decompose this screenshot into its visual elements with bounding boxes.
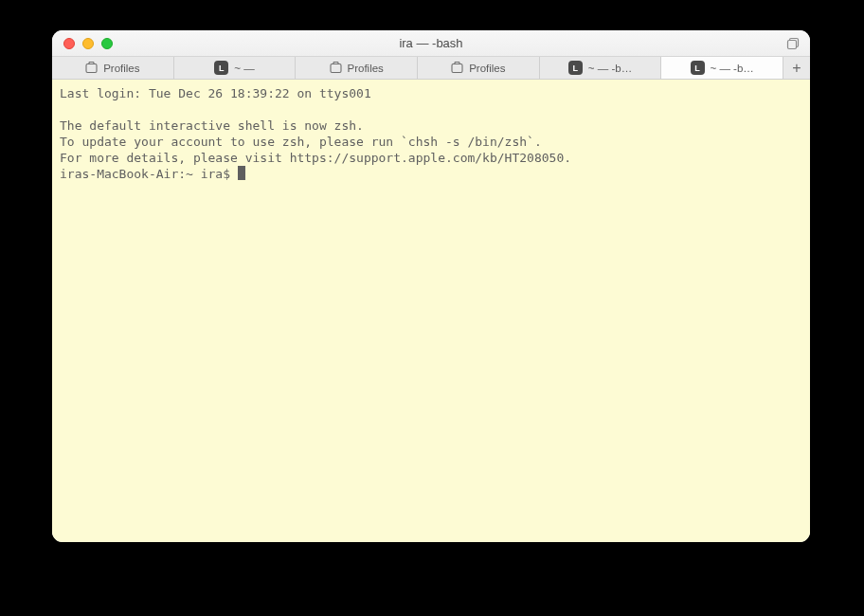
terminal-line: For more details, please visit https://s…: [60, 151, 571, 165]
tab-label: ~ —: [234, 63, 254, 74]
tab-profiles[interactable]: Profiles: [52, 57, 174, 79]
shell-badge-icon: L: [568, 61, 583, 75]
tab-label: Profiles: [469, 63, 505, 74]
tab-shell-active[interactable]: L ~ — -b…: [661, 57, 783, 79]
close-window-button[interactable]: [63, 38, 75, 49]
shell-badge-icon: L: [691, 61, 705, 75]
zoom-window-button[interactable]: [101, 38, 113, 49]
profiles-icon: [330, 62, 342, 74]
tab-profiles[interactable]: Profiles: [296, 57, 418, 79]
terminal-prompt: iras-MacBook-Air:~ ira$: [60, 167, 238, 181]
profiles-icon: [85, 62, 98, 74]
tab-shell[interactable]: L ~ —: [174, 57, 297, 79]
svg-rect-3: [331, 64, 341, 73]
tab-shell[interactable]: L ~ — -b…: [540, 57, 662, 79]
tab-profiles[interactable]: Profiles: [418, 57, 540, 79]
window-title: ira — -bash: [52, 36, 810, 50]
cursor: [238, 166, 245, 180]
tab-label: Profiles: [103, 63, 139, 74]
tab-bar: Profiles L ~ — Profiles Profiles: [52, 57, 810, 80]
profiles-icon: [451, 62, 463, 74]
svg-rect-4: [452, 64, 462, 73]
tab-label: ~ — -b…: [711, 63, 754, 74]
terminal-window: ira — -bash Profiles L ~ —: [52, 30, 810, 542]
titlebar[interactable]: ira — -bash: [52, 30, 810, 57]
minimize-window-button[interactable]: [82, 38, 94, 49]
svg-rect-1: [788, 40, 797, 48]
tab-overview-icon[interactable]: [786, 37, 801, 51]
titlebar-right: [786, 30, 801, 57]
terminal-line: Last login: Tue Dec 26 18:39:22 on ttys0…: [60, 86, 371, 100]
terminal-viewport[interactable]: Last login: Tue Dec 26 18:39:22 on ttys0…: [52, 80, 810, 542]
tab-label: ~ — -b…: [588, 63, 632, 74]
shell-badge-icon: L: [214, 61, 228, 75]
tab-label: Profiles: [348, 63, 384, 74]
plus-icon: +: [792, 61, 801, 76]
new-tab-button[interactable]: +: [783, 57, 810, 79]
terminal-line: The default interactive shell is now zsh…: [60, 118, 364, 133]
traffic-lights: [52, 38, 113, 49]
terminal-line: To update your account to use zsh, pleas…: [60, 135, 542, 149]
svg-rect-2: [86, 64, 97, 73]
